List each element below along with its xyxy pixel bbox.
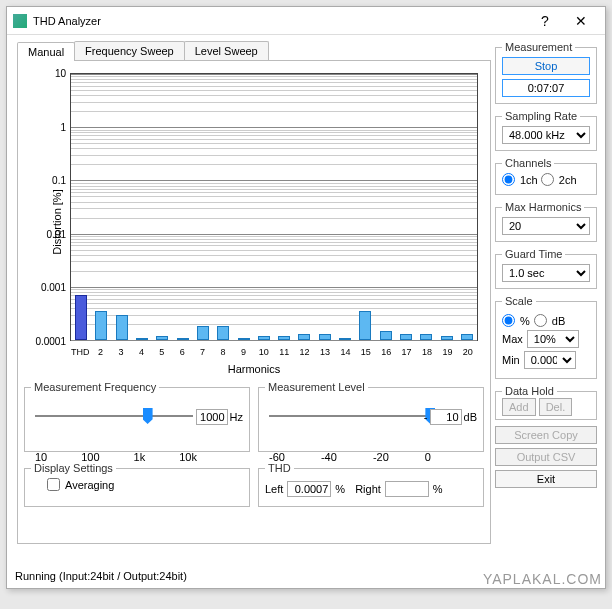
channels-group: Channels 1ch 2ch bbox=[495, 157, 597, 195]
scale-max-select[interactable]: 10% bbox=[527, 330, 579, 348]
scale-legend: Scale bbox=[502, 295, 536, 307]
averaging-checkbox[interactable] bbox=[47, 478, 60, 491]
tab-manual[interactable]: Manual bbox=[17, 42, 75, 61]
ch1-radio-label[interactable]: 1ch bbox=[502, 173, 538, 186]
chart-xtick: 6 bbox=[180, 347, 185, 357]
scale-db-radio[interactable] bbox=[534, 314, 547, 327]
scale-max-label: Max bbox=[502, 333, 523, 345]
chart-bar bbox=[441, 336, 453, 340]
chart-xtick: 13 bbox=[320, 347, 330, 357]
thd-group: THD Left % Right % bbox=[258, 462, 484, 507]
pct: % bbox=[433, 483, 443, 495]
freq-slider[interactable]: Hz bbox=[31, 403, 243, 431]
channels-legend: Channels bbox=[502, 157, 554, 169]
chart-xtick: 7 bbox=[200, 347, 205, 357]
chart-xtick: 18 bbox=[422, 347, 432, 357]
ch2-radio[interactable] bbox=[541, 173, 554, 186]
tab-level-sweep[interactable]: Level Sweep bbox=[184, 41, 269, 60]
measurement-frequency-group: Measurement Frequency Hz 10 100 bbox=[24, 381, 250, 452]
chart-xtick: 3 bbox=[118, 347, 123, 357]
sampling-rate-select[interactable]: 48.000 kHz bbox=[502, 126, 590, 144]
chart-ytick: 0.0001 bbox=[35, 336, 66, 347]
averaging-text: Averaging bbox=[65, 479, 114, 491]
sampling-legend: Sampling Rate bbox=[502, 110, 580, 122]
scale-pct-label[interactable]: % bbox=[502, 314, 530, 327]
thd-right-input[interactable] bbox=[385, 481, 429, 497]
display-legend: Display Settings bbox=[31, 462, 116, 474]
chart-xtick: 16 bbox=[381, 347, 391, 357]
screen-copy-button[interactable]: Screen Copy bbox=[495, 426, 597, 444]
chart-bar bbox=[420, 334, 432, 340]
freq-tick: 10 bbox=[35, 451, 47, 463]
thd-legend: THD bbox=[265, 462, 294, 474]
chart-xtick: 11 bbox=[279, 347, 289, 357]
distortion-chart: Distortion [%] Harmonics 1010.10.010.001… bbox=[24, 67, 484, 377]
tab-frequency-sweep[interactable]: Frequency Sweep bbox=[74, 41, 185, 60]
meas-freq-legend: Measurement Frequency bbox=[31, 381, 159, 393]
max-harm-legend: Max Harmonics bbox=[502, 201, 584, 213]
chart-bar bbox=[156, 336, 168, 340]
chart-bar bbox=[238, 338, 250, 340]
chart-bar bbox=[461, 334, 473, 340]
stop-button[interactable]: Stop bbox=[502, 57, 590, 75]
scale-db-label[interactable]: dB bbox=[534, 314, 565, 327]
measurement-legend: Measurement bbox=[502, 41, 575, 53]
scale-pct-radio[interactable] bbox=[502, 314, 515, 327]
window: THD Analyzer ? ✕ Manual Frequency Sweep … bbox=[6, 6, 606, 589]
chart-xtick: 15 bbox=[361, 347, 371, 357]
level-tick: 0 bbox=[425, 451, 431, 463]
chart-xtick: 2 bbox=[98, 347, 103, 357]
scale-group: Scale % dB Max10% Min0.0001% bbox=[495, 295, 597, 379]
chart-bar bbox=[278, 336, 290, 340]
thd-left-label: Left bbox=[265, 483, 283, 495]
chart-bar bbox=[380, 331, 392, 340]
window-title: THD Analyzer bbox=[33, 15, 527, 27]
freq-unit: Hz bbox=[230, 411, 243, 423]
help-button[interactable]: ? bbox=[527, 13, 563, 29]
chart-bar bbox=[177, 338, 189, 340]
scale-min-select[interactable]: 0.0001% bbox=[524, 351, 576, 369]
averaging-checkbox-label[interactable]: Averaging bbox=[47, 478, 114, 491]
freq-value-input[interactable] bbox=[196, 409, 228, 425]
freq-tick: 100 bbox=[81, 451, 99, 463]
thd-left-input[interactable] bbox=[287, 481, 331, 497]
chart-xlabel: Harmonics bbox=[24, 363, 484, 375]
max-harmonics-select[interactable]: 20 bbox=[502, 217, 590, 235]
exit-button[interactable]: Exit bbox=[495, 470, 597, 488]
scale-min-label: Min bbox=[502, 354, 520, 366]
chart-bar bbox=[298, 334, 310, 340]
guard-legend: Guard Time bbox=[502, 248, 565, 260]
measurement-level-group: Measurement Level - dB -60 bbox=[258, 381, 484, 452]
data-hold-group: Data Hold Add Del. bbox=[495, 385, 597, 420]
chart-bar bbox=[339, 338, 351, 340]
level-unit: dB bbox=[464, 411, 477, 423]
guard-time-select[interactable]: 1.0 sec bbox=[502, 264, 590, 282]
ch1-radio[interactable] bbox=[502, 173, 515, 186]
chart-xtick: 14 bbox=[340, 347, 350, 357]
del-button[interactable]: Del. bbox=[539, 398, 573, 416]
ch2-radio-label[interactable]: 2ch bbox=[541, 173, 577, 186]
chart-bar bbox=[258, 336, 270, 340]
chart-xtick: 8 bbox=[220, 347, 225, 357]
sampling-rate-group: Sampling Rate 48.000 kHz bbox=[495, 110, 597, 151]
chart-xtick: 20 bbox=[463, 347, 473, 357]
chart-bar bbox=[116, 315, 128, 340]
level-tick: -20 bbox=[373, 451, 389, 463]
chart-bar bbox=[197, 326, 209, 340]
datahold-legend: Data Hold bbox=[502, 385, 557, 397]
freq-tick: 10k bbox=[179, 451, 197, 463]
add-button[interactable]: Add bbox=[502, 398, 536, 416]
thd-right-label: Right bbox=[355, 483, 381, 495]
app-icon bbox=[13, 14, 27, 28]
level-tick: -60 bbox=[269, 451, 285, 463]
freq-slider-thumb[interactable] bbox=[143, 408, 153, 424]
level-value-input[interactable] bbox=[430, 409, 462, 425]
close-button[interactable]: ✕ bbox=[563, 13, 599, 29]
level-slider[interactable]: - dB bbox=[265, 403, 477, 431]
titlebar: THD Analyzer ? ✕ bbox=[7, 7, 605, 35]
chart-ytick: 10 bbox=[55, 68, 66, 79]
chart-bar bbox=[319, 334, 331, 340]
chart-xtick: 9 bbox=[241, 347, 246, 357]
output-csv-button[interactable]: Output CSV bbox=[495, 448, 597, 466]
tab-bar: Manual Frequency Sweep Level Sweep bbox=[17, 41, 491, 60]
